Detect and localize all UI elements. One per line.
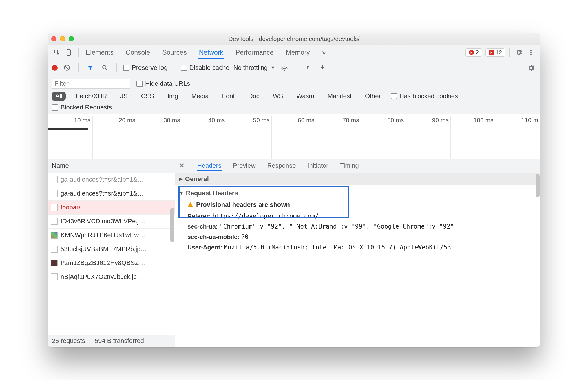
- time-label: 60 ms: [272, 116, 317, 159]
- settings-gear-icon[interactable]: [514, 47, 524, 58]
- error-count-1: 2: [476, 49, 479, 56]
- hide-data-urls-checkbox[interactable]: Hide data URLs: [136, 80, 190, 87]
- filter-bar: Filter Hide data URLs All Fetch/XHR JS C…: [48, 76, 540, 114]
- timeline-overview[interactable]: 10 ms 20 ms 30 ms 40 ms 50 ms 60 ms 70 m…: [48, 114, 540, 159]
- detail-tab-timing[interactable]: Timing: [339, 160, 359, 171]
- filter-type-fetch-xhr[interactable]: Fetch/XHR: [72, 92, 110, 101]
- split-view: Name ga-audiences?t=sr&aip=1&… ga-audien…: [48, 159, 540, 347]
- has-blocked-cookies-label: Has blocked cookies: [399, 92, 458, 100]
- filter-type-ws[interactable]: WS: [269, 92, 286, 101]
- status-bar: 25 requests 594 B transferred: [48, 335, 175, 347]
- download-har-icon[interactable]: [317, 63, 328, 73]
- error-count-2: 12: [496, 49, 502, 56]
- image-icon: [51, 260, 58, 266]
- main-tabs-row: Elements Console Sources Network Perform…: [48, 45, 540, 60]
- filter-type-img[interactable]: Img: [164, 92, 182, 101]
- filter-type-css[interactable]: CSS: [138, 92, 158, 101]
- request-list-panel: Name ga-audiences?t=sr&aip=1&… ga-audien…: [48, 159, 175, 347]
- detail-tab-headers[interactable]: Headers: [197, 160, 222, 171]
- header-row: sec-ch-ua:"Chromium";v="92", " Not A;Bra…: [179, 221, 536, 232]
- tab-elements[interactable]: Elements: [85, 46, 114, 59]
- upload-har-icon[interactable]: [303, 63, 313, 73]
- clear-icon[interactable]: [62, 63, 72, 73]
- detail-tab-response[interactable]: Response: [266, 160, 296, 171]
- disable-cache-checkbox[interactable]: Disable cache: [181, 64, 229, 72]
- filter-type-wasm[interactable]: Wasm: [293, 92, 318, 101]
- error-count-badge-2[interactable]: ✕ 12: [485, 48, 505, 57]
- time-label: 90 ms: [406, 116, 451, 159]
- record-button[interactable]: [52, 65, 58, 71]
- request-list-header[interactable]: Name: [48, 159, 175, 173]
- time-label: 40 ms: [182, 116, 227, 159]
- section-general[interactable]: ▶ General: [175, 173, 540, 185]
- scrollbar-thumb[interactable]: [170, 208, 174, 242]
- filter-placeholder: Filter: [54, 80, 69, 87]
- section-request-headers-label: Request Headers: [186, 189, 238, 197]
- file-icon: [51, 176, 58, 183]
- devtools-window: DevTools - developer.chrome.com/tags/dev…: [48, 33, 540, 347]
- tab-memory[interactable]: Memory: [285, 46, 311, 59]
- window-titlebar: DevTools - developer.chrome.com/tags/dev…: [48, 33, 540, 45]
- device-toolbar-icon[interactable]: [64, 47, 74, 58]
- request-row[interactable]: 53IuclsjUVBaBME7MPRb.jp…: [48, 242, 175, 256]
- section-request-headers[interactable]: ▼ Request Headers: [179, 188, 536, 199]
- network-conditions-icon[interactable]: [279, 63, 290, 73]
- filter-input[interactable]: Filter: [52, 79, 130, 89]
- filter-type-doc[interactable]: Doc: [245, 92, 263, 101]
- time-label: 70 ms: [316, 116, 361, 159]
- request-row[interactable]: PzmJZBgZBJ612Hy8QBSZ…: [48, 256, 175, 270]
- filter-type-manifest[interactable]: Manifest: [324, 92, 355, 101]
- close-detail-icon[interactable]: ✕: [179, 162, 185, 169]
- tab-performance[interactable]: Performance: [235, 46, 274, 59]
- filter-type-other[interactable]: Other: [361, 92, 384, 101]
- request-row[interactable]: ga-audiences?t=sr&aip=1&…: [48, 187, 175, 201]
- time-label: 10 ms: [48, 116, 93, 159]
- header-row: sec-ch-ua-mobile:?0: [179, 232, 536, 242]
- error-icon: ✕: [489, 50, 494, 55]
- tab-network[interactable]: Network: [198, 46, 224, 59]
- filter-icon[interactable]: [85, 63, 96, 73]
- svg-line-5: [65, 66, 69, 70]
- inspect-element-icon[interactable]: [52, 47, 62, 58]
- request-row[interactable]: nBjAqf1PuX7O2nvJbJck.jp…: [48, 270, 175, 284]
- detail-tab-initiator[interactable]: Initiator: [307, 160, 329, 171]
- error-icon: ✕: [469, 50, 474, 55]
- separator: [509, 48, 510, 57]
- detail-tab-preview[interactable]: Preview: [232, 160, 256, 171]
- request-row[interactable]: fD43v6RiVCDlmo3WhVPe.j…: [48, 215, 175, 229]
- time-label: 110 m: [495, 116, 540, 159]
- more-menu-icon[interactable]: [526, 47, 536, 58]
- collapse-right-icon: ▶: [179, 176, 183, 182]
- blocked-requests-checkbox[interactable]: Blocked Requests: [52, 104, 112, 111]
- timeline-bar: [48, 128, 88, 130]
- request-name: nBjAqf1PuX7O2nvJbJck.jp…: [61, 273, 143, 281]
- preserve-log-checkbox[interactable]: Preserve log: [123, 64, 168, 72]
- network-settings-gear-icon[interactable]: [526, 63, 536, 73]
- scrollbar-thumb[interactable]: [536, 174, 540, 197]
- error-count-badge-1[interactable]: ✕ 2: [465, 48, 482, 57]
- time-label: 50 ms: [227, 116, 272, 159]
- request-row[interactable]: KMNWpnRJTP6eHJs1wEw…: [48, 229, 175, 242]
- filter-type-font[interactable]: Font: [219, 92, 238, 101]
- header-row: User-Agent:Mozilla/5.0 (Macintosh; Intel…: [179, 242, 536, 253]
- svg-rect-0: [67, 50, 70, 55]
- filter-type-media[interactable]: Media: [188, 92, 212, 101]
- tabs-overflow[interactable]: »: [322, 46, 326, 59]
- tab-console[interactable]: Console: [125, 46, 151, 59]
- filter-type-all[interactable]: All: [52, 92, 66, 101]
- request-name: ga-audiences?t=sr&aip=1&…: [61, 176, 144, 183]
- has-blocked-cookies-checkbox[interactable]: Has blocked cookies: [391, 92, 458, 100]
- detail-body[interactable]: ▶ General ▼ Request Headers Provisional …: [175, 173, 540, 347]
- transfer-size: 594 B transferred: [95, 337, 144, 345]
- tab-sources[interactable]: Sources: [162, 46, 187, 59]
- request-row-selected[interactable]: foobar/: [48, 201, 175, 215]
- search-icon[interactable]: [100, 63, 110, 73]
- request-list[interactable]: ga-audiences?t=sr&aip=1&… ga-audiences?t…: [48, 173, 175, 335]
- separator: [78, 63, 79, 72]
- separator: [174, 63, 174, 72]
- hide-data-urls-label: Hide data URLs: [145, 80, 190, 87]
- request-row[interactable]: ga-audiences?t=sr&aip=1&…: [48, 173, 175, 187]
- throttling-dropdown[interactable]: No throttling ▼: [233, 64, 275, 72]
- filter-type-js[interactable]: JS: [117, 92, 131, 101]
- header-value: Mozilla/5.0 (Macintosh; Intel Mac OS X 1…: [224, 244, 451, 251]
